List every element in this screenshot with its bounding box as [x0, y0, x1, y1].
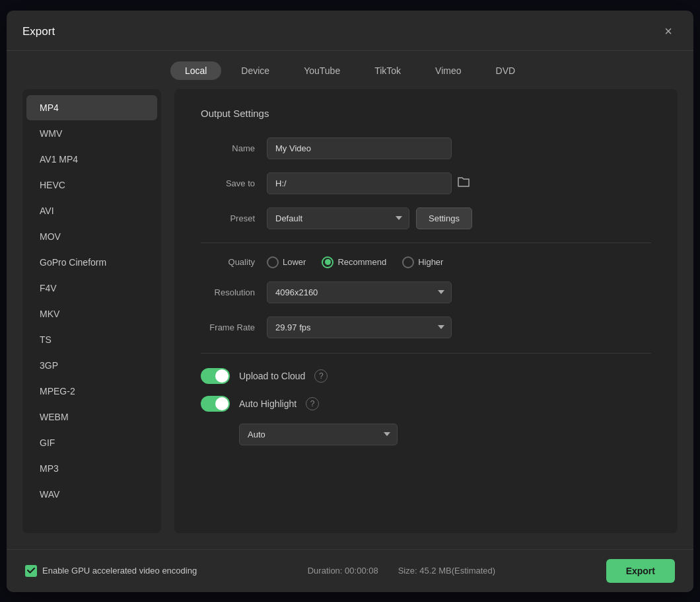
gpu-checkbox[interactable]: [25, 565, 37, 577]
settings-button[interactable]: Settings: [416, 207, 472, 229]
tab-bar: Local Device YouTube TikTok Vimeo DVD: [7, 51, 693, 89]
format-mov[interactable]: MOV: [26, 224, 157, 249]
upload-cloud-label: Upload to Cloud: [239, 371, 305, 381]
format-gopro[interactable]: GoPro Cineform: [26, 250, 157, 275]
output-settings-title: Output Settings: [201, 108, 651, 119]
tab-vimeo[interactable]: Vimeo: [421, 61, 475, 80]
auto-highlight-toggle-knob: [215, 397, 228, 410]
close-button[interactable]: ×: [659, 22, 678, 41]
auto-highlight-toggle[interactable]: [201, 396, 230, 412]
duration-value: 00:00:08: [345, 566, 378, 576]
settings-panel: Output Settings Name Save to: [174, 89, 678, 533]
auto-highlight-label: Auto Highlight: [239, 398, 297, 409]
resolution-label: Resolution: [201, 287, 267, 297]
format-av1mp4[interactable]: AV1 MP4: [26, 147, 157, 172]
quality-label: Quality: [201, 257, 267, 267]
resolution-row: Resolution 4096x2160 1920x1080 1280x720: [201, 282, 651, 303]
dialog-title: Export: [22, 25, 55, 38]
framerate-label: Frame Rate: [201, 322, 267, 332]
name-input[interactable]: [267, 137, 452, 159]
save-to-label: Save to: [201, 178, 267, 188]
gpu-label: Enable GPU accelerated video encoding: [42, 566, 197, 576]
framerate-select[interactable]: 29.97 fps 24 fps 30 fps 60 fps: [267, 317, 452, 338]
format-3gp[interactable]: 3GP: [26, 353, 157, 378]
format-avi[interactable]: AVI: [26, 198, 157, 223]
format-f4v[interactable]: F4V: [26, 276, 157, 301]
size-stat: Size: 45.2 MB(Estimated): [398, 566, 495, 576]
format-ts[interactable]: TS: [26, 327, 157, 352]
upload-cloud-toggle[interactable]: [201, 368, 230, 384]
quality-options: Lower Recommend Higher: [267, 256, 443, 268]
tab-local[interactable]: Local: [170, 61, 221, 80]
footer-center: Duration: 00:00:08 Size: 45.2 MB(Estimat…: [308, 566, 495, 576]
save-to-row: Save to: [201, 172, 651, 194]
preset-container: Default Custom Settings: [267, 207, 472, 229]
format-mkv[interactable]: MKV: [26, 301, 157, 326]
framerate-row: Frame Rate 29.97 fps 24 fps 30 fps 60 fp…: [201, 317, 651, 338]
quality-recommend-radio-inner: [325, 259, 331, 265]
preset-row: Preset Default Custom Settings: [201, 207, 651, 229]
gpu-checkbox-wrapper[interactable]: Enable GPU accelerated video encoding: [25, 565, 197, 577]
save-to-container: [267, 172, 470, 194]
format-wav[interactable]: WAV: [26, 482, 157, 507]
dialog-body: MP4 WMV AV1 MP4 HEVC AVI MOV GoPro Cinef…: [7, 89, 693, 549]
auto-highlight-help-icon[interactable]: ?: [306, 397, 319, 410]
duration-stat: Duration: 00:00:08: [308, 566, 378, 576]
upload-cloud-row: Upload to Cloud ?: [201, 368, 651, 384]
quality-higher-radio[interactable]: [402, 256, 414, 268]
folder-icon[interactable]: [457, 176, 470, 191]
format-webm[interactable]: WEBM: [26, 404, 157, 430]
quality-recommend-radio[interactable]: [322, 256, 333, 268]
preset-label: Preset: [201, 213, 267, 223]
tab-tiktok[interactable]: TikTok: [360, 61, 415, 80]
resolution-select[interactable]: 4096x2160 1920x1080 1280x720: [267, 282, 452, 303]
section-divider: [201, 353, 651, 354]
format-hevc[interactable]: HEVC: [26, 172, 157, 198]
name-row: Name: [201, 137, 651, 159]
quality-lower-label: Lower: [283, 257, 306, 267]
size-label: Size:: [398, 566, 417, 576]
upload-cloud-toggle-knob: [215, 369, 228, 383]
quality-recommend-label: Recommend: [337, 257, 386, 267]
tab-device[interactable]: Device: [227, 61, 284, 80]
quality-lower[interactable]: Lower: [267, 256, 306, 268]
duration-label: Duration:: [308, 566, 343, 576]
auto-select-row: Auto Manual: [239, 424, 651, 445]
format-gif[interactable]: GIF: [26, 430, 157, 455]
dialog-header: Export ×: [7, 11, 693, 51]
footer-left: Enable GPU accelerated video encoding: [25, 565, 197, 577]
tab-dvd[interactable]: DVD: [481, 61, 530, 80]
size-value: 45.2 MB(Estimated): [419, 566, 495, 576]
tab-youtube[interactable]: YouTube: [289, 61, 355, 80]
auto-select-dropdown[interactable]: Auto Manual: [239, 424, 398, 445]
dialog-overlay: Export × Local Device YouTube TikTok Vim…: [0, 0, 700, 602]
name-label: Name: [201, 143, 267, 153]
dialog-footer: Enable GPU accelerated video encoding Du…: [7, 549, 693, 592]
auto-highlight-row: Auto Highlight ?: [201, 396, 651, 412]
format-panel: MP4 WMV AV1 MP4 HEVC AVI MOV GoPro Cinef…: [22, 89, 161, 533]
quality-lower-radio[interactable]: [267, 256, 279, 268]
format-mp3[interactable]: MP3: [26, 456, 157, 481]
preset-select[interactable]: Default Custom: [267, 207, 409, 229]
quality-recommend[interactable]: Recommend: [322, 256, 386, 268]
upload-cloud-help-icon[interactable]: ?: [314, 369, 328, 383]
divider-1: [201, 243, 651, 243]
quality-row: Quality Lower Recommend: [201, 256, 651, 268]
export-dialog: Export × Local Device YouTube TikTok Vim…: [7, 11, 693, 592]
format-mpeg2[interactable]: MPEG-2: [26, 379, 157, 404]
save-to-input[interactable]: [267, 172, 452, 194]
format-mp4[interactable]: MP4: [26, 95, 157, 120]
format-wmv[interactable]: WMV: [26, 121, 157, 146]
export-button[interactable]: Export: [606, 559, 675, 583]
quality-higher[interactable]: Higher: [402, 256, 443, 268]
quality-higher-label: Higher: [418, 257, 443, 267]
